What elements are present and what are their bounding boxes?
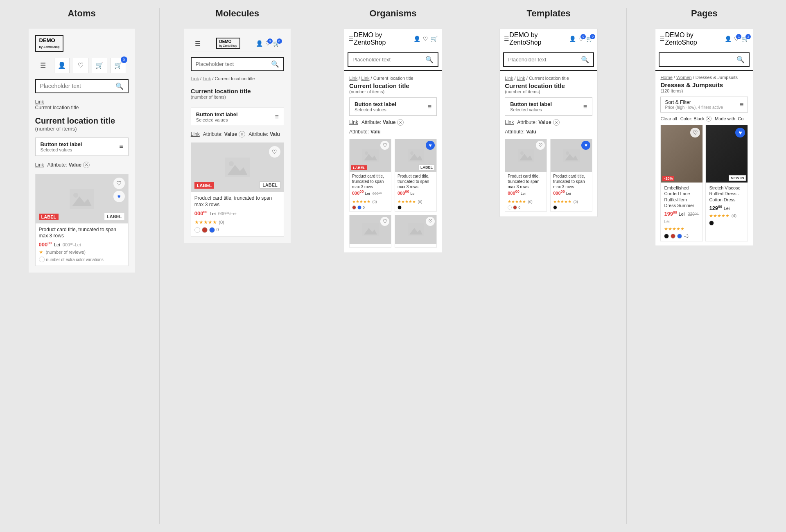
svg-point-11: [410, 151, 413, 155]
tpl-color-black[interactable]: [553, 205, 557, 210]
pages-color-red-1[interactable]: [671, 234, 675, 239]
mol-link-1[interactable]: Link: [191, 76, 199, 81]
org-link-1[interactable]: Link: [349, 76, 357, 81]
cart-btn-badge[interactable]: 🛒 0: [111, 58, 126, 73]
org-heart-3[interactable]: ♡: [380, 217, 389, 226]
product-title: Product card title, truncated to span ma…: [39, 227, 125, 239]
org-link-2[interactable]: Link: [361, 76, 369, 81]
mol-search-icon[interactable]: 🔍: [271, 60, 279, 68]
mol-hamburger-icon[interactable]: ☰: [195, 40, 201, 47]
tpl-color-white[interactable]: [508, 205, 512, 210]
pages-women-link[interactable]: Women: [676, 75, 692, 80]
pages-nav: ☰ DEMO by ZentoShop 👤 ♡1 🛒2: [655, 29, 753, 49]
org-color-blue[interactable]: [357, 205, 361, 210]
pages-color-blue-1[interactable]: [677, 234, 682, 239]
mol-wishlist-icon[interactable]: ♡0: [265, 40, 271, 47]
tpl-search-input[interactable]: [508, 56, 578, 63]
tpl-product-info-2: Product card title, truncated to span ma…: [551, 172, 592, 211]
mol-attr-remove-1[interactable]: ✕: [239, 131, 245, 138]
org-attr-link[interactable]: Link: [349, 119, 358, 125]
pages-color-black-1[interactable]: [664, 234, 669, 239]
org-colors-1: 0: [352, 205, 388, 210]
mol-search-input[interactable]: [196, 61, 269, 67]
filter-button[interactable]: Button text label Selected values ≡: [35, 138, 129, 156]
mol-attr-chip-2: Attribute: Valu: [248, 131, 280, 137]
mol-user-icon[interactable]: 👤: [256, 40, 263, 47]
org-current: Current location title: [373, 76, 413, 81]
tpl-attr-link[interactable]: Link: [505, 119, 514, 125]
org-search-icon[interactable]: 🔍: [425, 56, 434, 63]
mol-link-2[interactable]: Link: [203, 76, 211, 81]
mol-cart-icon[interactable]: 🛒0: [273, 40, 280, 47]
pages-wishlist-icon[interactable]: ♡1: [734, 36, 739, 42]
org-user-icon[interactable]: 👤: [413, 36, 420, 42]
tpl-link-2[interactable]: Link: [517, 76, 525, 81]
attr-remove-btn[interactable]: ✕: [83, 162, 90, 168]
wishlist-heart-filled-btn[interactable]: ♥: [113, 191, 125, 202]
org-cart-icon[interactable]: 🛒: [431, 36, 438, 42]
molecules-panel: ☰ DEMO by ZentoShop 👤 ♡0 🛒0: [184, 29, 291, 243]
org-wishlist-icon[interactable]: ♡: [423, 36, 428, 42]
pages-search-input[interactable]: [664, 56, 734, 63]
org-filter-btn[interactable]: Button text label Selected values ≡: [349, 97, 437, 116]
atoms-column: Atoms DEMO by ZentoShop ☰ 👤 ♡ 🛒 🛒 0: [4, 8, 160, 524]
color-white[interactable]: [39, 257, 45, 262]
org-search-input[interactable]: [352, 56, 423, 63]
org-attr-chip-2: Attribute: Valu: [349, 129, 381, 135]
tpl-link-1[interactable]: Link: [505, 76, 513, 81]
org-img-placeholder-3: [362, 221, 379, 238]
mol-color-blue[interactable]: [209, 227, 215, 233]
pages-home-link[interactable]: Home: [660, 75, 672, 80]
mol-filter-btn[interactable]: Button text label Selected values ≡: [191, 108, 284, 126]
mol-heart-btn[interactable]: ♡: [269, 146, 280, 158]
tpl-hamburger-icon[interactable]: ☰: [504, 36, 509, 42]
tpl-attr-chip-2: Attribute: Valu: [505, 129, 536, 135]
mol-price: 00000 Lei: [194, 210, 216, 216]
tpl-heart-1[interactable]: ♡: [536, 141, 545, 150]
org-color-black[interactable]: [398, 205, 402, 210]
tpl-color-red[interactable]: [513, 205, 517, 210]
pages-heart-2[interactable]: ♥: [735, 128, 745, 138]
mol-colors: 0: [194, 227, 280, 233]
wishlist-btn[interactable]: ♡: [73, 58, 88, 73]
tpl-user-icon[interactable]: 👤: [569, 36, 576, 42]
mol-color-white[interactable]: [194, 227, 200, 233]
organisms-column: Organisms ☰ DEMO by ZentoShop 👤 ♡ 🛒: [315, 8, 471, 524]
org-hamburger-icon[interactable]: ☰: [348, 36, 354, 42]
user-btn[interactable]: 👤: [54, 58, 70, 73]
pages-search-icon[interactable]: 🔍: [736, 56, 745, 63]
cart-btn[interactable]: 🛒: [92, 58, 107, 73]
attr-link[interactable]: Link: [35, 162, 44, 168]
mol-placeholder-icon: [225, 155, 250, 180]
pages-hamburger-icon[interactable]: ☰: [660, 36, 665, 42]
tpl-wishlist-icon[interactable]: ♡0: [578, 36, 584, 42]
org-heart-2[interactable]: ♥: [426, 141, 435, 150]
search-icon[interactable]: 🔍: [115, 82, 124, 90]
tpl-attr-remove[interactable]: ✕: [553, 119, 560, 126]
mol-attr-link[interactable]: Link: [191, 131, 200, 137]
tpl-filter-btn[interactable]: Button text label Selected values ≡: [505, 97, 592, 116]
pages-filter-color-remove[interactable]: ✕: [706, 116, 711, 122]
pages-heart-1[interactable]: ♡: [690, 128, 700, 138]
org-heart-4[interactable]: ♡: [426, 217, 435, 226]
pages-clear-all[interactable]: Clear all: [660, 116, 677, 121]
tpl-heart-2[interactable]: ♥: [581, 141, 590, 150]
link[interactable]: Link: [35, 99, 129, 105]
hamburger-btn[interactable]: ☰: [35, 58, 51, 73]
org-attr-remove[interactable]: ✕: [397, 119, 404, 126]
pages-user-icon[interactable]: 👤: [725, 36, 732, 42]
org-body: Link / Link / Current location title Cur…: [344, 71, 442, 252]
org-heart-1[interactable]: ♡: [380, 141, 389, 150]
pages-cart-icon[interactable]: 🛒2: [742, 36, 749, 42]
pages-sort-filter[interactable]: Sort & Filter Price (high - low), 4 filt…: [660, 97, 748, 113]
tpl-cart-icon[interactable]: 🛒0: [586, 36, 593, 42]
tpl-search-icon[interactable]: 🔍: [581, 56, 589, 63]
wishlist-heart-btn[interactable]: ♡: [113, 178, 125, 189]
pages-location: Dresses & Jumpsuits (120 items): [660, 81, 748, 93]
org-product-3: ♡: [349, 215, 391, 248]
pages-color-black-2[interactable]: [709, 221, 714, 225]
org-color-red[interactable]: [352, 205, 356, 210]
mol-color-red[interactable]: [202, 227, 208, 233]
search-input[interactable]: [40, 83, 113, 89]
color-swatches: number of extra color variations: [39, 257, 125, 262]
